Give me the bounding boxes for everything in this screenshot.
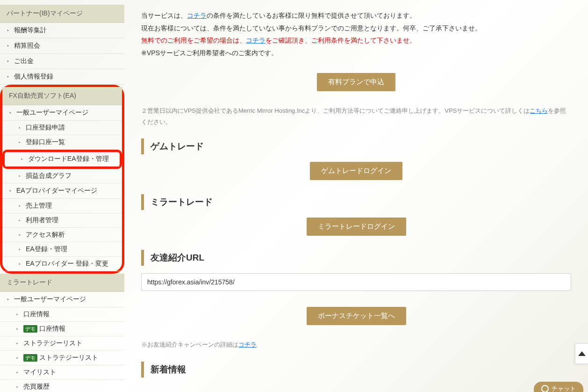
section-friend-url-heading: 友達紹介URL [141,250,571,266]
main-content: 当サービスは、コチラの条件を満たしているお客様に限り無料で提供させて頂いておりま… [124,0,588,392]
intro-line4: ※VPSサービスご利用希望者へのご案内です。 [141,47,571,59]
sidebar-item-my-list[interactable]: マイリスト [0,365,124,380]
intro-line3-a: 無料でのご利用をご希望の場合は、 [141,36,246,44]
section-gemtrade-heading: ゲムトレード [141,138,571,154]
chat-icon [541,385,549,392]
sidebar-item-user-mgmt[interactable]: 利用者管理 [2,213,122,228]
sidebar-item-strategy-list[interactable]: ストラテジーリスト [0,336,124,351]
sidebar-item-account-apply[interactable]: 口座登録申請 [2,121,122,135]
sidebar-item-ea-register[interactable]: EA登録・管理 [2,242,122,257]
demo-badge-icon: デモ [23,354,37,362]
sidebar-item-general-user-mypage[interactable]: 一般ユーザーマイページ [2,105,122,121]
paid-plan-apply-button[interactable]: 有料プランで申込 [317,73,395,91]
sidebar-item-ea-provider-mypage[interactable]: EAプロバイダーマイページ [2,183,122,199]
sidebar-item-demo-strategy-list[interactable]: デモストラテジーリスト [0,351,124,365]
sidebar-item-sales-mgmt[interactable]: 売上管理 [2,199,122,213]
sidebar-item-account-info[interactable]: 口座情報 [0,307,124,322]
sidebar-item-account-list[interactable]: 登録口座一覧 [2,135,122,150]
section-mirrortrade-heading: ミラートレード [141,194,571,210]
sidebar-item-ea-provider-register[interactable]: EAプロバイダー 登録・変更 [2,257,122,271]
sidebar-item-reward-summary[interactable]: 報酬等集計 [0,23,124,38]
demo-badge-icon: デモ [23,325,37,333]
intro-text-block: 当サービスは、コチラの条件を満たしているお客様に限り無料で提供させて頂いておりま… [141,9,571,59]
intro-line1-a: 当サービスは、 [141,12,187,19]
vps-link[interactable]: こちら [530,107,548,114]
sidebar-header-partner-ib: パートナー(IB)マイページ [0,5,124,23]
sidebar-item-settlement-inquiry[interactable]: 精算照会 [0,38,124,54]
sidebar-item-withdrawal[interactable]: ご出金 [0,54,124,69]
friend-url-input[interactable] [141,273,571,291]
sidebar: パートナー(IB)マイページ 報酬等集計 精算照会 ご出金 個人情報登録 FX自… [0,0,124,392]
sidebar-item-personal-info[interactable]: 個人情報登録 [0,69,124,85]
friend-campaign-link[interactable]: コチラ [238,341,257,348]
chat-label: チャット [552,385,576,392]
sidebar-item-demo-account-info[interactable]: デモ口座情報 [0,322,124,336]
sidebar-header-mirror-trade: ミラートレード [0,274,124,292]
link-free-conditions[interactable]: コチラ [246,36,265,44]
gemtrade-login-button[interactable]: ゲムトレードログイン [310,162,402,180]
vps-note-a: ２営業日以内にVPS提供会社であるMerric Mirror Hosting.I… [141,107,530,114]
sidebar-item-trade-history[interactable]: 売買履歴 [0,380,124,392]
friend-note-a: ※お友達紹介キャンペーンの詳細は [141,341,238,348]
highlight-box-outer: FX自動売買ソフト(EA) 一般ユーザーマイページ 口座登録申請 登録口座一覧 … [0,85,124,274]
bonus-ticket-list-button[interactable]: ボーナスチケット一覧へ [307,307,406,325]
link-conditions[interactable]: コチラ [187,12,207,19]
sidebar-item-label: 口座情報 [39,325,65,333]
friend-note: ※お友達紹介キャンペーンの詳細はコチラ [141,339,571,350]
intro-line3-b: をご確認頂き、ご利用条件を満たして下さいませ。 [265,36,416,44]
scroll-top-button[interactable] [575,343,588,364]
sidebar-item-general-user-mypage-2[interactable]: 一般ユーザーマイページ [0,292,124,307]
intro-line2: 現在お客様については、条件を満たしていない事から有料プランでのご用意となります。… [141,22,571,35]
sidebar-header-fx-ea: FX自動売買ソフト(EA) [2,87,122,105]
vps-note: ２営業日以内にVPS提供会社であるMerric Mirror Hosting.I… [141,105,571,127]
sidebar-item-label: ストラテジーリスト [39,354,98,362]
mirrortrade-login-button[interactable]: ミラートレードログイン [307,218,406,236]
sidebar-item-download-ea[interactable]: ダウンロードEA登録・管理 [5,152,120,167]
intro-line1-b: の条件を満たしているお客様に限り無料で提供させて頂いております。 [207,12,416,19]
highlight-box-inner: ダウンロードEA登録・管理 [2,150,122,169]
sidebar-item-pl-graph[interactable]: 損益合成グラフ [2,169,122,183]
chat-widget-button[interactable]: チャット [534,382,583,392]
section-news-heading: 新着情報 [141,362,571,377]
sidebar-item-access-analytics[interactable]: アクセス解析 [2,228,122,242]
